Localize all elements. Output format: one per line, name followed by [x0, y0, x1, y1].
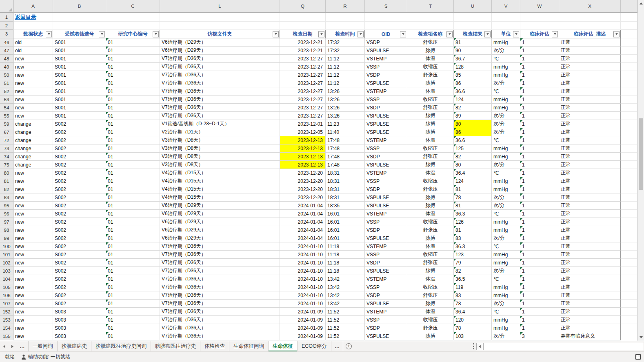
vertical-scrollbar-thumb[interactable] [639, 118, 643, 190]
cell-A152[interactable]: new [13, 308, 53, 316]
cell-V2[interactable] [492, 22, 520, 30]
cell-U107[interactable]: 78 [454, 300, 492, 308]
cell-filler[interactable] [621, 87, 637, 95]
cell-U81[interactable]: 124 [454, 177, 492, 185]
cell-C95[interactable]: 01 [106, 202, 160, 210]
cell-T104[interactable]: 体温 [407, 275, 454, 283]
cell-S48[interactable]: VSTEMP [365, 55, 407, 63]
cell-C102[interactable]: 01 [106, 259, 160, 267]
cell-W51[interactable]: 1 [520, 79, 559, 87]
cell-L103[interactable]: V7治疗期（D36天） [160, 267, 280, 275]
row-header-106[interactable]: 106 [0, 291, 13, 300]
cell-U2[interactable] [454, 22, 492, 30]
cell-X73[interactable]: 正常 [559, 144, 621, 153]
cell-C54[interactable]: 01 [106, 104, 160, 112]
cell-C53[interactable]: 01 [106, 95, 160, 104]
cell-L102[interactable]: V7治疗期（D36天） [160, 259, 280, 267]
cell-Q153[interactable]: 2024-01-09 [280, 316, 326, 324]
cell-U55[interactable]: 89 [454, 112, 492, 120]
cell-C106[interactable]: 01 [106, 291, 160, 300]
cell-S82[interactable]: VSDP [365, 185, 407, 193]
cell-X2[interactable] [559, 22, 621, 30]
cell-U54[interactable]: 82 [454, 104, 492, 112]
cell-T83[interactable]: 脉搏 [407, 193, 454, 202]
cell-A59[interactable]: change [13, 120, 53, 128]
cell-T101[interactable]: 收缩压 [407, 251, 454, 259]
cell-S101[interactable]: VSSP [365, 251, 407, 259]
cell-R2[interactable] [326, 22, 365, 30]
cell-filler[interactable] [621, 177, 637, 185]
cell-S52[interactable]: VSTEMP [365, 87, 407, 95]
cell-L154[interactable]: V7治疗期（D36天） [160, 324, 280, 332]
row-header-73[interactable]: 73 [0, 144, 13, 153]
cell-Q97[interactable]: 2024-01-04 [280, 218, 326, 226]
cell-Q74[interactable]: 2023-12-13 [280, 153, 326, 161]
cell-A106[interactable]: new [13, 291, 53, 300]
cell-B74[interactable]: S002 [53, 153, 106, 161]
cell-L96[interactable]: V6治疗期（D29天） [160, 210, 280, 218]
cell-U59[interactable]: 80 [454, 120, 492, 128]
cell-W100[interactable]: 1 [520, 242, 559, 251]
cell-S72[interactable]: VSTEMP [365, 136, 407, 144]
cell-L99[interactable]: V6治疗期（D29天） [160, 234, 280, 242]
cell-C73[interactable]: 01 [106, 144, 160, 153]
cell-U103[interactable]: 82 [454, 267, 492, 275]
cell-Q100[interactable]: 2024-01-10 [280, 242, 326, 251]
cell-B95[interactable]: S002 [53, 202, 106, 210]
cell-S100[interactable]: VSTEMP [365, 242, 407, 251]
header-cell-W[interactable]: 临床评估 [520, 30, 559, 38]
row-header-75[interactable]: 75 [0, 161, 13, 169]
cell-R52[interactable]: 13:26 [326, 87, 365, 95]
cell-L152[interactable]: V7治疗期（D36天） [160, 308, 280, 316]
cell-V59[interactable]: 次/分 [492, 120, 520, 128]
sheet-tab[interactable]: ECOG评分 [298, 341, 331, 351]
cell-W107[interactable]: 1 [520, 300, 559, 308]
cell-W82[interactable]: 1 [520, 185, 559, 193]
cell-V52[interactable]: ℃ [492, 87, 520, 95]
cell-C83[interactable]: 01 [106, 193, 160, 202]
cell-W102[interactable]: 1 [520, 259, 559, 267]
cell-A102[interactable]: new [13, 259, 53, 267]
cell-R102[interactable]: 11:18 [326, 259, 365, 267]
cell-filler[interactable] [621, 63, 637, 71]
sheet-tab[interactable]: 生命体征问询 [229, 341, 269, 351]
header-cell-V[interactable]: 单位 [492, 30, 520, 38]
cell-L49[interactable]: V7治疗期（D36天） [160, 63, 280, 71]
cell-A97[interactable]: new [13, 218, 53, 226]
cell-filler[interactable] [621, 38, 637, 47]
new-sheet-button[interactable]: + [343, 341, 354, 351]
row-header-55[interactable]: 55 [0, 112, 13, 120]
cell-R55[interactable]: 13:26 [326, 112, 365, 120]
cell-V99[interactable]: 次/分 [492, 234, 520, 242]
cell-T155[interactable]: 脉搏 [407, 332, 454, 340]
row-header-107[interactable]: 107 [0, 300, 13, 308]
cell-Q75[interactable]: 2023-12-13 [280, 161, 326, 169]
cell-V1[interactable] [492, 13, 520, 22]
accessibility-status[interactable]: 辅助功能: 一切就绪 [21, 353, 70, 360]
cell-filler[interactable] [621, 153, 637, 161]
cell-L67[interactable]: V2治疗期（D1天） [160, 128, 280, 136]
cell-S50[interactable]: VSDP [365, 71, 407, 79]
row-header-67[interactable]: 67 [0, 128, 13, 136]
cell-filler[interactable] [621, 136, 637, 144]
cell-B83[interactable]: S002 [53, 193, 106, 202]
cell-T73[interactable]: 收缩压 [407, 144, 454, 153]
row-header-101[interactable]: 101 [0, 251, 13, 259]
cell-W67[interactable]: 1 [520, 128, 559, 136]
cell-C49[interactable]: 01 [106, 63, 160, 71]
tab-scroll-right-button[interactable] [8, 341, 16, 351]
cell-V72[interactable]: ℃ [492, 136, 520, 144]
cell-R101[interactable]: 11:18 [326, 251, 365, 259]
cell-Q47[interactable]: 2023-12-21 [280, 47, 326, 55]
cell-Q99[interactable]: 2024-01-04 [280, 234, 326, 242]
cell-U82[interactable]: 81 [454, 185, 492, 193]
cell-Q155[interactable]: 2024-01-09 [280, 332, 326, 340]
cell-S75[interactable]: VSPULSE [365, 161, 407, 169]
cell-T50[interactable]: 舒张压 [407, 71, 454, 79]
cell-C52[interactable]: 01 [106, 87, 160, 95]
cell-X74[interactable]: 正常 [559, 153, 621, 161]
cell-L82[interactable]: V4治疗期（D15天） [160, 185, 280, 193]
cell-Q55[interactable]: 2023-12-27 [280, 112, 326, 120]
cell-X48[interactable]: 正常 [559, 55, 621, 63]
cell-R50[interactable]: 11:12 [326, 71, 365, 79]
